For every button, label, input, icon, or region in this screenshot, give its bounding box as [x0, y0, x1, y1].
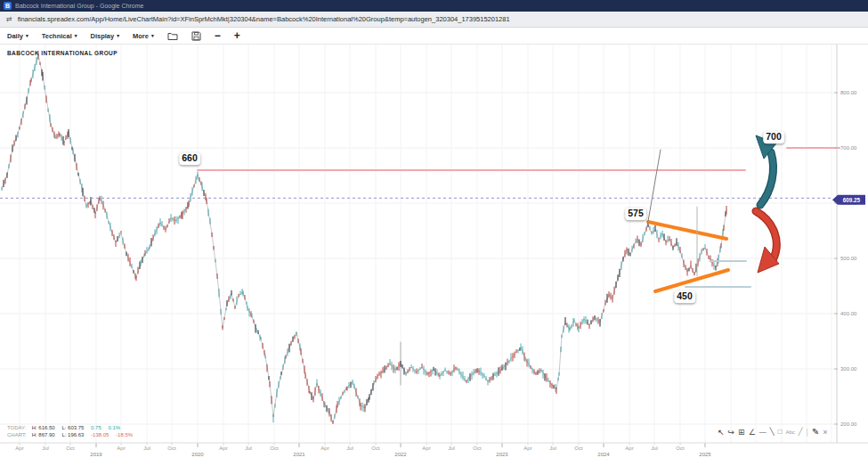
x-axis-month-label: Oct: [167, 446, 176, 451]
x-axis-month-label: Oct: [270, 446, 279, 451]
y-axis-label: 800.00: [840, 90, 857, 95]
trend-line-tool-icon[interactable]: ╲: [770, 429, 775, 436]
bull-up-arrow[interactable]: [756, 135, 776, 205]
price-annotation-700[interactable]: 700: [763, 131, 784, 143]
y-axis-label: 400.00: [840, 311, 857, 316]
chart-axes: 800.00700.00600.00500.00400.00300.00200.…: [0, 45, 868, 457]
x-axis-year-label: 2023: [496, 452, 508, 457]
caret-down-icon: ▾: [26, 33, 28, 38]
window-title: Babcock International Group - Google Chr…: [15, 3, 143, 9]
babcock-favicon-icon: B: [4, 2, 12, 10]
chart-instrument-label: BABCOCK INTERNATIONAL GROUP: [7, 50, 118, 56]
chart-gridlines: [0, 45, 837, 443]
menu-more[interactable]: More ▾: [133, 32, 154, 40]
quote-status-panel: TODAY: H: 616.50 L: 603.75 0.75 0.1% CHA…: [7, 424, 138, 438]
x-axis-month-label: Jul: [651, 446, 658, 451]
x-axis-year-label: 2024: [597, 452, 610, 457]
y-axis-label: 200.00: [840, 421, 857, 427]
caret-down-icon: ▾: [117, 33, 119, 38]
x-axis-month-label: Jul: [346, 446, 353, 451]
x-axis-month-label: Apr: [117, 446, 125, 451]
curved-arrow-tool-icon[interactable]: ↪: [728, 429, 735, 437]
today-change-pct: 0.1%: [108, 425, 120, 430]
menu-display[interactable]: Display ▾: [91, 32, 119, 40]
today-high: H: 616.50: [32, 425, 55, 430]
x-axis-month-label: Jul: [143, 446, 150, 451]
angle-tool-icon[interactable]: ∠: [749, 429, 756, 437]
today-change: 0.75: [91, 425, 101, 430]
price-annotation-450[interactable]: 450: [674, 290, 695, 303]
tab-switch-icon: ⇄: [6, 16, 12, 23]
wedge-upper-line[interactable]: [648, 222, 726, 239]
wedge-lower-line[interactable]: [655, 270, 728, 291]
x-axis-month-label: Apr: [625, 446, 633, 451]
text-tool-icon[interactable]: Abc: [785, 429, 794, 435]
x-axis-year-label: 2025: [699, 452, 711, 457]
x-axis-month-label: Apr: [320, 446, 329, 451]
save-chart-icon[interactable]: [191, 31, 201, 41]
today-label: TODAY:: [7, 424, 30, 431]
open-chart-icon[interactable]: [167, 31, 178, 41]
x-axis-month-label: Apr: [219, 446, 227, 451]
x-axis-year-label: 2020: [191, 452, 204, 457]
zoom-in-icon[interactable]: +: [234, 30, 240, 41]
x-axis-month-label: Apr: [523, 446, 531, 451]
x-axis-year-label: 2019: [90, 452, 102, 457]
cursor-tool-icon[interactable]: ↖: [718, 429, 725, 437]
zoom-out-icon[interactable]: −: [215, 30, 221, 41]
chart-change-pct: -18.5%: [116, 432, 133, 437]
draw-tool-icon[interactable]: ✎: [812, 428, 819, 437]
chart-canvas[interactable]: 800.00700.00600.00500.00400.00300.00200.…: [0, 0, 868, 466]
rectangle-tool-icon[interactable]: □: [778, 429, 783, 436]
today-status-row: TODAY: H: 616.50 L: 603.75 0.75 0.1%: [7, 424, 138, 431]
candlestick-series: [2, 52, 726, 424]
caret-down-icon: ▾: [151, 33, 154, 38]
x-axis-month-label: Jul: [42, 446, 49, 451]
x-axis-month-label: Jul: [245, 446, 252, 451]
x-axis-year-label: 2022: [394, 452, 407, 457]
page-url[interactable]: financials.spreadex.com/App/Home/LiveCha…: [18, 15, 510, 23]
browser-window: 800.00700.00600.00500.00400.00300.00200.…: [0, 0, 868, 466]
window-titlebar: B Babcock International Group - Google C…: [0, 0, 868, 12]
url-bar[interactable]: ⇄ financials.spreadex.com/App/Home/LiveC…: [0, 12, 868, 28]
current-price-badge: 609.25: [832, 195, 865, 205]
x-axis-month-label: Apr: [15, 446, 23, 451]
y-axis-label: 500.00: [840, 256, 857, 261]
separator: |: [807, 429, 808, 437]
x-axis-month-label: Oct: [676, 446, 685, 451]
x-axis-month-label: Oct: [371, 446, 380, 451]
chart-status-row: CHART: H: 867.90 L: 196.63 -138.05 -18.5…: [7, 431, 138, 438]
grid-tool-icon[interactable]: ⊞: [738, 429, 745, 437]
svg-text:609.25: 609.25: [843, 197, 861, 203]
menu-daily[interactable]: Daily ▾: [7, 32, 28, 40]
drawing-tools-bar: ↖↪⊞∠—╲□Abc╱|✎×: [718, 425, 828, 439]
horizontal-line-tool-icon[interactable]: —: [759, 429, 767, 436]
caret-down-icon: ▾: [75, 33, 77, 38]
diagonal-line-tool-icon[interactable]: ╱: [799, 429, 803, 436]
close-tools-icon[interactable]: ×: [823, 429, 827, 437]
chart-toolbar: Daily ▾ Technical ▾ Display ▾ More ▾ − +: [0, 28, 868, 45]
chart-high: H: 867.90: [32, 432, 55, 437]
x-axis-month-label: Apr: [422, 446, 430, 451]
x-axis-month-label: Oct: [473, 446, 482, 451]
x-axis-month-label: Oct: [66, 446, 75, 451]
x-axis-month-label: Jul: [448, 446, 455, 451]
today-low: L: 603.75: [61, 425, 84, 430]
x-axis-month-label: Jul: [549, 446, 556, 451]
bear-down-arrow[interactable]: [756, 211, 779, 273]
chart-change: -138.05: [91, 432, 109, 437]
chart-label: CHART:: [7, 431, 30, 438]
price-annotation-575[interactable]: 575: [625, 208, 646, 220]
y-axis-label: 700.00: [840, 145, 857, 151]
chart-low: L: 196.63: [61, 432, 84, 437]
menu-technical[interactable]: Technical ▾: [42, 32, 77, 40]
y-axis-label: 300.00: [840, 366, 857, 372]
x-axis-month-label: Oct: [574, 446, 583, 451]
x-axis-year-label: 2021: [293, 452, 305, 457]
price-annotation-660[interactable]: 660: [179, 152, 200, 165]
